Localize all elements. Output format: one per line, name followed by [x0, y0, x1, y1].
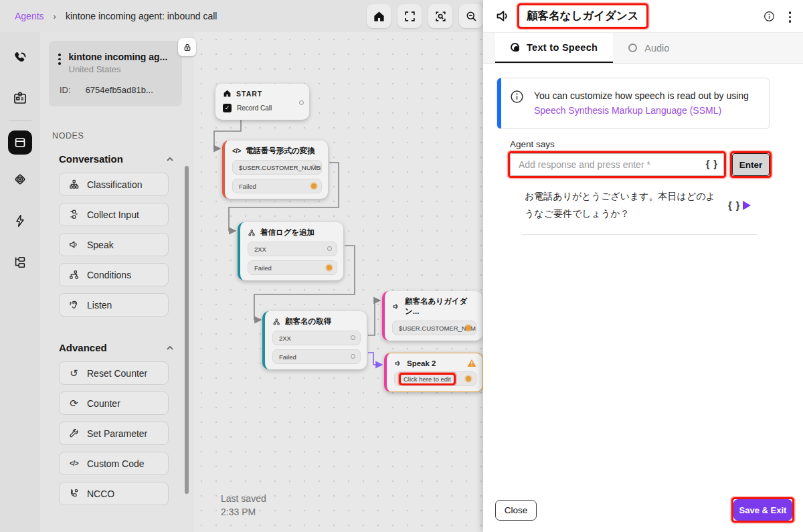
custom-code-icon: </> [68, 460, 80, 467]
palette-item-counter[interactable]: ⟳ Counter [59, 391, 169, 415]
braces-icon[interactable]: { } [728, 200, 740, 211]
conversation-section-title: Conversation [59, 153, 123, 165]
palette-item-reset-counter[interactable]: ↺ Reset Counter [59, 361, 169, 385]
output-label: 2XX [254, 246, 266, 253]
agent-card[interactable]: kintone incoming ag... United States ID:… [49, 41, 182, 106]
rail-id-badge-button[interactable] [7, 86, 33, 111]
conditions-icon [68, 269, 80, 280]
palette-item-label: Custom Code [87, 458, 145, 469]
play-icon[interactable] [743, 201, 751, 210]
nodes-section-label: NODES [52, 131, 84, 141]
record-call-checkbox-checked[interactable]: ✓ [223, 104, 232, 112]
sitemap-icon [13, 255, 27, 270]
breadcrumb-agents-link[interactable]: Agents [15, 11, 44, 21]
chevron-up-icon[interactable] [165, 155, 175, 164]
sitemap-icon [248, 229, 256, 237]
palette-item-classification[interactable]: Classification [59, 173, 169, 196]
palette-item-label: Listen [87, 300, 112, 311]
rail-canvas-button-active[interactable] [8, 130, 32, 155]
agent-card-menu-icon[interactable] [58, 52, 61, 74]
zoom-selection-button[interactable] [428, 4, 452, 28]
tab-audio[interactable]: Audio [613, 33, 685, 63]
palette-item-label: Conditions [87, 270, 131, 280]
flow-node-get-customer-name[interactable]: 顧客名の取得 2XX Failed [262, 311, 367, 369]
status-dot-gray [351, 335, 355, 340]
node-output-row[interactable]: 2XX [272, 331, 361, 345]
output-label: Failed [254, 264, 272, 272]
output-label: 2XX [279, 335, 291, 342]
flow-node-phone-format[interactable]: </> 電話番号形式の変換 $USER.CUSTOMER_NUMBER Fail… [222, 141, 328, 199]
left-icon-rail [0, 32, 40, 532]
info-icon[interactable] [763, 10, 776, 23]
response-divider [522, 234, 757, 235]
canvas-window-icon [13, 135, 27, 150]
response-input[interactable] [510, 153, 724, 176]
palette-item-conditions[interactable]: Conditions [59, 263, 169, 286]
lock-icon [183, 43, 192, 52]
sidebar-scrollbar[interactable] [185, 166, 189, 494]
status-dot-orange [466, 376, 471, 381]
palette-item-speak[interactable]: Speak [59, 233, 169, 256]
enter-button-annotated: Enter [732, 153, 770, 176]
zoom-out-button[interactable] [459, 4, 483, 28]
palette-item-collect-input[interactable]: Collect Input [59, 203, 169, 226]
flow-node-named-guidance[interactable]: 顧客名ありガイダン... $USER.CUSTOMER_NAME_KA... [382, 291, 482, 341]
response-text: お電話ありがとうございます。本日はどのようなご要件でしょうか？ [525, 188, 717, 221]
click-here-to-edit-annotated[interactable]: Click here to edit [401, 375, 454, 383]
agent-id-label: ID: [60, 85, 71, 95]
saved-response-row[interactable]: お電話ありがとうございます。本日はどのようなご要件でしょうか？ { } [525, 188, 770, 221]
palette-item-label: Collect Input [87, 209, 139, 220]
ssml-info-box: You can customize how speech is read out… [497, 78, 770, 129]
conversation-section: Conversation Classification Collect Inpu… [40, 153, 194, 323]
fit-view-icon [404, 10, 416, 23]
output-label: $USER.CUSTOMER_NUMBER [239, 164, 322, 171]
palette-item-label: Speak [87, 240, 114, 250]
flow-node-start[interactable]: START ✓ Record Call [215, 84, 309, 120]
counter-icon: ⟳ [68, 397, 80, 410]
node-output-row[interactable]: Failed [272, 349, 361, 364]
fit-view-button[interactable] [397, 4, 422, 28]
save-exit-button[interactable]: Save & Exit [733, 499, 792, 521]
agent-name: kintone incoming ag... [69, 52, 168, 62]
id-badge-icon [12, 90, 28, 106]
flow-node-call-log[interactable]: 着信ログを追加 2XX Failed [238, 222, 343, 280]
flow-node-speak2-selected[interactable]: Speak 2 Click here to edit [384, 353, 483, 392]
warning-icon [467, 359, 476, 367]
palette-item-set-parameter[interactable]: Set Parameter [59, 422, 169, 445]
node-output-row[interactable]: $USER.CUSTOMER_NUMBER [232, 160, 322, 175]
output-port[interactable] [299, 100, 304, 105]
home-button[interactable] [367, 4, 391, 28]
editor-tabs: Text to Speech Audio [483, 33, 803, 64]
tab-text-to-speech[interactable]: Text to Speech [495, 33, 613, 63]
braces-icon[interactable]: { } [706, 159, 718, 169]
palette-item-custom-code[interactable]: </> Custom Code [59, 452, 169, 475]
rail-phone-button[interactable] [7, 46, 33, 71]
close-button[interactable]: Close [495, 500, 537, 521]
enter-button[interactable]: Enter [732, 153, 770, 176]
node-output-row[interactable]: Failed [248, 260, 337, 275]
panel-menu-icon[interactable] [789, 9, 792, 23]
lightning-icon [13, 213, 27, 228]
node-output-row[interactable]: $USER.CUSTOMER_NAME_KA... [392, 321, 476, 335]
flow-canvas[interactable]: START ✓ Record Call </> 電話番号形式の変換 $USER.… [194, 32, 483, 532]
node-title: 着信ログを追加 [260, 228, 315, 238]
node-title: 顧客名の取得 [285, 317, 331, 327]
set-parameter-icon [68, 428, 80, 439]
listen-icon [68, 299, 80, 311]
chevron-up-icon[interactable] [165, 343, 175, 353]
lock-button[interactable] [178, 38, 196, 56]
palette-item-ncco[interactable]: NCCO [59, 482, 169, 505]
node-output-row[interactable]: 2XX [248, 242, 337, 256]
radio-unselected-icon [628, 43, 637, 52]
palette-item-listen[interactable]: Listen [59, 293, 169, 317]
rail-sitemap-button[interactable] [7, 250, 33, 275]
ssml-link[interactable]: Speech Synthesis Markup Language (SSML) [534, 105, 721, 116]
rail-target-button[interactable] [7, 167, 33, 192]
custom-code-icon: </> [232, 147, 241, 155]
speak-node-editor-panel: 顧客名なしガイダンス Text to Speech Audio You can … [483, 0, 803, 532]
record-call-label: Record Call [237, 104, 272, 112]
rail-lightning-button[interactable] [7, 208, 33, 234]
palette-item-label: Classification [87, 179, 142, 190]
node-output-row[interactable]: Failed [232, 179, 322, 193]
node-output-row[interactable]: Click here to edit [394, 371, 476, 386]
